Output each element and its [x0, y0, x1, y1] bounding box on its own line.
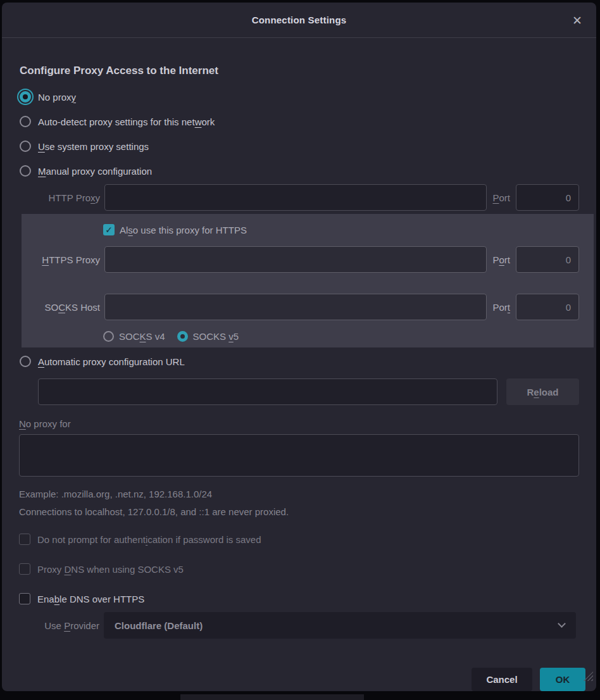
radio-manual-proxy-label: Manual proxy configuration — [38, 166, 152, 177]
no-proxy-for-textarea[interactable] — [19, 434, 579, 477]
dialog-title: Connection Settings — [252, 15, 347, 25]
check-icon: ✓ — [105, 225, 113, 235]
highlighted-section: ✓ Also use this proxy for HTTPS HTTPS Pr… — [22, 214, 594, 347]
close-icon[interactable]: ✕ — [570, 13, 585, 28]
socks-port-input[interactable] — [516, 294, 579, 320]
reload-button[interactable]: Reload — [506, 378, 579, 405]
localhost-note-text: Connections to localhost, 127.0.0.1/8, a… — [19, 506, 579, 517]
socks-v5-group[interactable]: SOCKS v5 — [177, 331, 239, 342]
socks-v4-label: SOCKS v4 — [119, 331, 165, 342]
radio-socks-v5[interactable] — [177, 331, 188, 342]
chevron-down-icon — [558, 620, 566, 628]
radio-no-proxy[interactable] — [20, 91, 31, 103]
socks-host-row: SOCKS Host Port — [22, 294, 579, 320]
radio-auto-detect[interactable] — [20, 116, 31, 127]
no-proxy-for-label: No proxy for — [19, 418, 579, 429]
enable-doh-label: Enable DNS over HTTPS — [37, 594, 144, 604]
reload-button-label: Reload — [527, 387, 558, 397]
radio-row-auto-config-url[interactable]: Automatic proxy configuration URL — [20, 354, 579, 369]
http-port-input[interactable] — [516, 184, 579, 211]
provider-dropdown[interactable]: Cloudflare (Default) — [104, 612, 576, 639]
socks-port-label: Port — [492, 302, 510, 313]
page-title: Configure Proxy Access to the Internet — [20, 65, 579, 77]
https-proxy-row: HTTPS Proxy Port — [22, 246, 579, 273]
connection-settings-dialog: Connection Settings ✕ Configure Proxy Ac… — [2, 3, 596, 691]
https-proxy-input[interactable] — [104, 246, 487, 273]
ok-button[interactable]: OK — [540, 668, 585, 691]
no-prompt-auth-label: Do not prompt for authentication if pass… — [37, 534, 261, 545]
enable-doh-checkbox[interactable] — [19, 593, 30, 604]
enable-doh-row[interactable]: Enable DNS over HTTPS — [19, 591, 579, 606]
http-proxy-label: HTTP Proxy — [19, 192, 104, 203]
dialog-titlebar: Connection Settings ✕ — [2, 3, 596, 38]
radio-auto-detect-label: Auto-detect proxy settings for this netw… — [38, 116, 215, 127]
socks-host-label: SOCKS Host — [22, 302, 104, 313]
https-proxy-label: HTTPS Proxy — [22, 254, 104, 265]
radio-socks-v4[interactable] — [103, 331, 114, 342]
radio-row-manual-proxy[interactable]: Manual proxy configuration — [20, 163, 579, 178]
provider-row: Use Provider Cloudflare (Default) — [19, 612, 579, 639]
radio-no-proxy-label: No proxy — [38, 92, 76, 103]
https-port-input[interactable] — [516, 246, 579, 273]
socks-version-row: SOCKS v4 SOCKS v5 — [22, 330, 579, 342]
no-prompt-auth-row[interactable]: Do not prompt for authentication if pass… — [19, 532, 579, 547]
http-proxy-row: HTTP Proxy Port — [19, 184, 579, 211]
radio-auto-config-url-label: Automatic proxy configuration URL — [38, 356, 185, 367]
socks-v5-label: SOCKS v5 — [193, 331, 239, 342]
radio-auto-config-url[interactable] — [20, 356, 31, 367]
provider-dropdown-value: Cloudflare (Default) — [115, 620, 203, 631]
dialog-footer: Cancel OK — [2, 659, 596, 691]
radio-row-system-proxy[interactable]: Use system proxy settings — [20, 139, 579, 154]
radio-system-proxy-label: Use system proxy settings — [38, 141, 149, 152]
radio-row-auto-detect[interactable]: Auto-detect proxy settings for this netw… — [20, 114, 579, 129]
http-proxy-input[interactable] — [104, 184, 487, 211]
cancel-button[interactable]: Cancel — [472, 668, 532, 691]
auto-config-url-row: Reload — [38, 378, 579, 405]
radio-row-no-proxy[interactable]: No proxy — [20, 89, 579, 104]
radio-manual-proxy[interactable] — [20, 165, 31, 177]
also-https-checkbox[interactable]: ✓ — [103, 224, 115, 235]
http-port-label: Port — [492, 192, 510, 203]
no-prompt-auth-checkbox[interactable] — [19, 534, 30, 545]
radio-system-proxy[interactable] — [20, 141, 31, 152]
dialog-content: Configure Proxy Access to the Internet N… — [2, 38, 596, 659]
proxy-dns-socks5-checkbox[interactable] — [19, 563, 30, 575]
socks-host-input[interactable] — [104, 294, 487, 320]
use-provider-label: Use Provider — [19, 620, 104, 631]
proxy-dns-socks5-label: Proxy DNS when using SOCKS v5 — [37, 564, 184, 575]
https-port-label: Port — [492, 254, 510, 265]
spacer — [22, 273, 579, 294]
also-https-checkbox-row[interactable]: ✓ Also use this proxy for HTTPS — [22, 222, 579, 237]
background-page-fragment — [180, 694, 364, 700]
auto-config-url-input[interactable] — [38, 378, 497, 405]
no-proxy-example-text: Example: .mozilla.org, .net.nz, 192.168.… — [19, 489, 579, 499]
proxy-dns-socks5-row[interactable]: Proxy DNS when using SOCKS v5 — [19, 561, 579, 577]
also-https-label: Also use this proxy for HTTPS — [120, 225, 247, 235]
